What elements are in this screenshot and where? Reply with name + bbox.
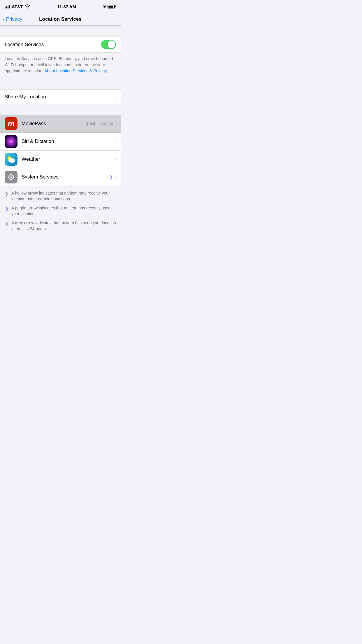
- time-label: 11:37 AM: [57, 4, 76, 9]
- svg-point-8: [10, 158, 14, 161]
- back-chevron-icon: ‹: [3, 16, 5, 22]
- bluetooth-icon: 𝟫: [103, 4, 106, 9]
- svg-rect-13: [11, 179, 11, 181]
- app-list: m MoviePass ❯ While Using ›: [0, 115, 121, 186]
- location-services-card: Location Services: [0, 36, 121, 53]
- status-left: AT&T: [5, 4, 30, 9]
- app-name-weather: Weather: [22, 156, 115, 162]
- moviepass-status-label: While Using: [90, 121, 113, 126]
- battery-icon: [108, 5, 116, 8]
- legend-item-gray: ❯ A gray arrow indicates that an item ha…: [5, 220, 116, 232]
- mid-spacer-2: [0, 104, 121, 115]
- weather-chevron: ›: [115, 157, 116, 162]
- system-services-status: ❯ ›: [109, 174, 116, 180]
- mid-spacer-1: [0, 79, 121, 90]
- moviepass-icon: m: [5, 117, 17, 130]
- siri-chevron: ›: [115, 139, 116, 144]
- legend-section: ❯ A hollow arrow indicates that an item …: [0, 186, 121, 236]
- legend-item-purple: ❯ A purple arrow indicates that an item …: [5, 205, 116, 217]
- back-label: Privacy: [6, 16, 22, 22]
- system-services-arrow: ❯: [109, 175, 113, 179]
- moviepass-status: ❯ While Using ›: [85, 121, 116, 126]
- toggle-thumb: [108, 41, 115, 48]
- share-my-location-chevron: ›: [115, 94, 116, 99]
- status-bar: AT&T 11:37 AM 𝟫: [0, 0, 121, 13]
- app-row-siri[interactable]: Siri & Dictation ›: [0, 132, 121, 150]
- location-services-row: Location Services: [0, 36, 121, 52]
- legend-text-purple: A purple arrow indicates that an item ha…: [11, 205, 116, 217]
- privacy-link[interactable]: About Location Services & Privacy...: [44, 69, 110, 73]
- wifi-icon: [25, 4, 30, 8]
- hollow-arrow-icon: ❯: [5, 191, 8, 197]
- carrier-label: AT&T: [12, 4, 23, 9]
- system-services-icon: [5, 171, 17, 183]
- legend-text-hollow: A hollow arrow indicates that an item ma…: [11, 190, 116, 202]
- app-row-weather[interactable]: Weather ›: [0, 150, 121, 168]
- app-name-moviepass: MoviePass: [22, 121, 85, 127]
- share-my-location-label: Share My Location: [5, 94, 46, 100]
- moviepass-chevron: ›: [115, 121, 116, 126]
- legend-text-gray: A gray arrow indicates that an item has …: [11, 220, 116, 232]
- app-row-moviepass[interactable]: m MoviePass ❯ While Using ›: [0, 115, 121, 132]
- purple-arrow-icon: ❯: [5, 206, 8, 211]
- app-row-system-services[interactable]: System Services ❯ ›: [0, 168, 121, 186]
- svg-point-11: [10, 176, 12, 178]
- svg-rect-14: [8, 177, 9, 177]
- location-services-label: Location Services: [5, 42, 44, 48]
- app-name-system-services: System Services: [22, 174, 109, 180]
- back-button[interactable]: ‹ Privacy: [3, 16, 22, 22]
- status-right: 𝟫: [103, 4, 116, 9]
- location-services-toggle[interactable]: [101, 40, 116, 49]
- description-text: Location Services uses GPS, Bluetooth, a…: [5, 56, 116, 74]
- top-spacer: [0, 26, 121, 36]
- share-my-location-row[interactable]: Share My Location ›: [0, 90, 121, 104]
- gray-arrow-icon: ❯: [5, 221, 8, 226]
- signal-icon: [5, 4, 10, 8]
- app-name-siri: Siri & Dictation: [22, 139, 115, 144]
- legend-item-hollow: ❯ A hollow arrow indicates that an item …: [5, 190, 116, 202]
- svg-rect-15: [13, 177, 15, 177]
- svg-point-3: [10, 141, 12, 142]
- siri-icon: [5, 135, 17, 148]
- svg-rect-12: [11, 174, 11, 175]
- system-services-chevron: ›: [115, 174, 116, 180]
- page-title: Location Services: [39, 16, 82, 22]
- navigation-bar: ‹ Privacy Location Services: [0, 13, 121, 26]
- weather-icon: [5, 153, 17, 166]
- moviepass-location-arrow: ❯: [85, 121, 89, 126]
- description-card: Location Services uses GPS, Bluetooth, a…: [0, 53, 121, 79]
